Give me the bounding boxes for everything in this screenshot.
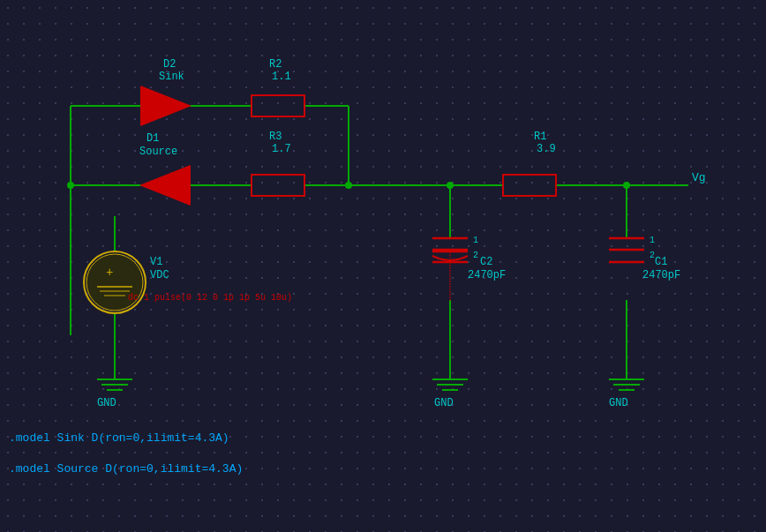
svg-rect-39 (503, 175, 556, 196)
d1-type: Source (139, 146, 177, 158)
c1-value: 2470pF (642, 269, 680, 281)
svg-marker-35 (141, 166, 190, 205)
vg-label: Vg (692, 171, 706, 184)
gnd1-label: GND (97, 397, 116, 409)
svg-point-29 (67, 182, 74, 189)
r2-value: 1.1 (272, 71, 291, 83)
r3-value: 1.7 (272, 143, 291, 155)
r2-label: R2 (269, 58, 282, 71)
svg-point-32 (623, 182, 630, 189)
svg-rect-38 (252, 175, 304, 196)
svg-text:1: 1 (473, 236, 478, 245)
gnd3-label: GND (609, 397, 628, 409)
c1-label: C1 (655, 256, 667, 268)
model-source: .model Source D(ron=0,ilimit=4.3A) (9, 462, 243, 476)
svg-text:+: + (106, 266, 113, 280)
v1-type: VDC (150, 269, 169, 281)
v1-label: V1 (150, 256, 162, 268)
d2-type: Sink (159, 71, 184, 83)
c2-value: 2470pF (468, 269, 506, 281)
model-sink: .model Sink D(ron=0,ilimit=4.3A) (9, 431, 229, 445)
d1-label: D1 (146, 132, 159, 145)
svg-marker-33 (141, 86, 190, 125)
svg-text:2: 2 (473, 251, 478, 260)
c2-label: C2 (480, 256, 492, 268)
r3-label: R3 (269, 131, 282, 143)
svg-point-31 (447, 182, 454, 189)
svg-rect-37 (252, 95, 304, 116)
d2-label: D2 (163, 58, 176, 71)
r1-value: 3.9 (537, 143, 556, 155)
svg-text:1: 1 (650, 236, 655, 245)
v1-value: dc 1 pulse(0 12 0 1p 1p 5u 10u) (128, 293, 292, 303)
r1-label: R1 (534, 131, 546, 143)
gnd2-label: GND (434, 397, 454, 409)
svg-point-30 (345, 182, 352, 189)
